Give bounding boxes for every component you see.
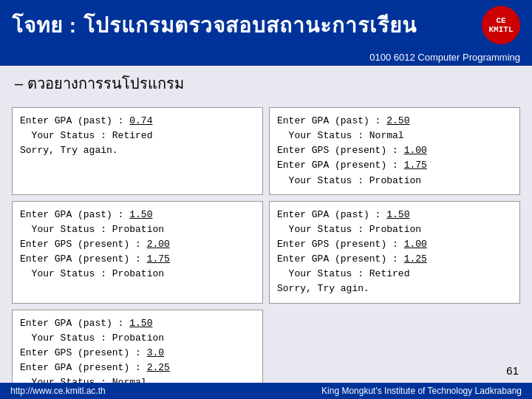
code-box-1: Enter GPA (past) : 0.74 Your Status : Re… <box>12 107 263 195</box>
section-title: – ตวอยางการรนโปรแกรม <box>0 66 532 101</box>
line: Your Status : Retired <box>20 129 255 143</box>
line: Enter GPA (past) : 1.50 <box>277 208 512 222</box>
line: Your Status : Probation <box>277 222 512 237</box>
course-code: 0100 6012 Computer Programming <box>0 50 532 66</box>
line: Enter GPA (present) : 1.75 <box>277 158 512 173</box>
main-content: Enter GPA (past) : 0.74 Your Status : Re… <box>0 101 532 399</box>
line: Your Status : Normal <box>277 129 512 143</box>
line: Sorry, Try agin. <box>277 282 512 296</box>
page-number: 61 <box>506 364 519 377</box>
line: Enter GPS (present) : 1.00 <box>277 143 512 158</box>
line: Your Status : Probation <box>20 222 255 237</box>
line: Enter GPA (past) : 1.50 <box>20 208 255 222</box>
code-box-3: Enter GPA (past) : 1.50 Your Status : Pr… <box>12 201 263 304</box>
code-box-4: Enter GPA (past) : 1.50 Your Status : Pr… <box>269 201 520 304</box>
line: Your Status : Probation <box>20 331 255 346</box>
footer-right: King Mongkut's Institute of Technology L… <box>321 386 522 396</box>
header: โจทย : โปรแกรมตรวจสอบสถานะการเรียน CE KM… <box>0 0 532 50</box>
line: Enter GPA (present) : 1.25 <box>277 252 512 267</box>
line: Sorry, Try again. <box>20 143 255 158</box>
line: Your Status : Retired <box>277 267 512 282</box>
code-box-2: Enter GPA (past) : 2.50 Your Status : No… <box>269 107 520 195</box>
line: Enter GPA (present) : 1.75 <box>20 252 255 267</box>
header-title: โจทย : โปรแกรมตรวจสอบสถานะการเรียน <box>12 9 417 41</box>
logo: CE KMITL <box>482 6 520 44</box>
line: Enter GPA (past) : 0.74 <box>20 114 255 129</box>
footer: http://www.ce.kmitl.ac.th King Mongkut's… <box>0 383 532 399</box>
line: Enter GPA (past) : 1.50 <box>20 316 255 331</box>
logo-text: CE KMITL <box>488 16 513 34</box>
line: Enter GPS (present) : 2.00 <box>20 237 255 252</box>
line: Enter GPS (present) : 1.00 <box>277 237 512 252</box>
line: Your Status : Probation <box>277 174 512 188</box>
line: Enter GPA (present) : 2.25 <box>20 361 255 375</box>
footer-left: http://www.ce.kmitl.ac.th <box>10 386 106 396</box>
line: Enter GPA (past) : 2.50 <box>277 114 512 129</box>
line: Your Status : Probation <box>20 267 255 282</box>
line: Enter GPS (present) : 3.0 <box>20 346 255 361</box>
